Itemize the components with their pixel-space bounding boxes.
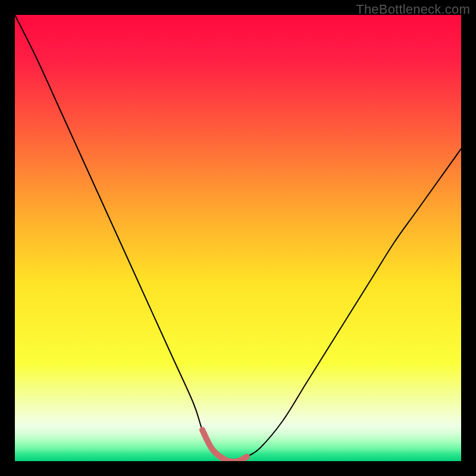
stage: TheBottleneck.com [0,0,476,476]
chart-background [15,15,461,461]
chart-plot [15,15,461,461]
watermark-text: TheBottleneck.com [356,2,470,17]
chart-svg [15,15,461,461]
